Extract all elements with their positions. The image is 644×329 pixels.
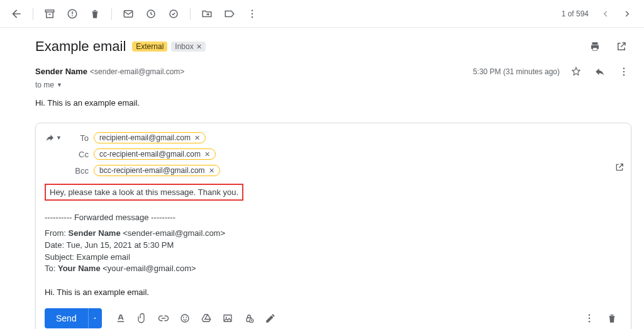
bcc-line: Bcc bcc-recipient-email@gmail.com ✕ — [45, 162, 622, 179]
svg-point-7 — [252, 13, 253, 14]
delete-icon[interactable] — [84, 3, 106, 25]
popout-compose-icon[interactable] — [614, 162, 625, 172]
send-split-button: Send — [45, 308, 102, 328]
inbox-label[interactable]: Inbox ✕ — [171, 42, 205, 52]
fwd-date-line: Date: Tue, Jun 15, 2021 at 5:30 PM — [45, 240, 622, 252]
confidential-mode-icon[interactable] — [239, 308, 259, 328]
discard-draft-icon[interactable] — [602, 308, 622, 328]
sender-row: Sender Name <sender-email@gmail.com> 5:3… — [0, 62, 644, 81]
to-chip[interactable]: recipient-email@gmail.com ✕ — [94, 132, 206, 143]
svg-point-6 — [252, 9, 253, 11]
send-button[interactable]: Send — [45, 308, 88, 328]
back-icon[interactable] — [5, 3, 28, 25]
to-label: To — [70, 133, 89, 143]
svg-point-13 — [183, 317, 184, 318]
to-line-text: to me — [35, 81, 54, 89]
svg-rect-2 — [72, 15, 73, 16]
svg-point-9 — [623, 68, 625, 69]
svg-point-14 — [186, 317, 187, 318]
report-spam-icon[interactable] — [61, 3, 84, 25]
reply-icon[interactable] — [592, 64, 608, 79]
insert-signature-icon[interactable] — [260, 308, 280, 328]
formatting-icon[interactable] — [111, 308, 131, 328]
to-line: ▼ To recipient-email@gmail.com ✕ — [45, 130, 622, 146]
svg-point-12 — [181, 315, 189, 322]
cc-chip[interactable]: cc-recipient-email@gmail.com ✕ — [94, 148, 216, 160]
remove-to-chip-icon[interactable]: ✕ — [194, 134, 200, 142]
forwarded-body: Hi. This is an example email. — [45, 287, 622, 297]
fwd-to-line: To: Your Name <your-email@gmail.com> — [45, 263, 622, 275]
timestamp: 5:30 PM (31 minutes ago) — [473, 67, 560, 76]
inbox-label-text: Inbox — [175, 42, 193, 51]
more-icon[interactable] — [241, 3, 264, 25]
open-new-window-icon[interactable] — [611, 36, 631, 57]
move-to-icon[interactable] — [196, 3, 218, 25]
separator — [33, 8, 33, 20]
action-toolbar: 1 of 594 — [0, 0, 644, 28]
bcc-label: Bcc — [70, 166, 89, 176]
bcc-chip-text: bcc-recipient-email@gmail.com — [99, 166, 205, 175]
insert-emoji-icon[interactable] — [175, 308, 195, 328]
mark-unread-icon[interactable] — [117, 3, 140, 25]
print-icon[interactable] — [585, 36, 605, 57]
remove-label-icon[interactable]: ✕ — [196, 43, 202, 51]
add-to-tasks-icon[interactable] — [162, 3, 185, 25]
svg-rect-1 — [72, 11, 73, 14]
separator — [190, 8, 191, 20]
compose-body-highlight[interactable]: Hey, please take a look at this message.… — [45, 184, 243, 201]
message-body: Hi. This is an example email. — [0, 96, 644, 120]
older-icon[interactable] — [594, 3, 616, 25]
insert-drive-icon[interactable] — [196, 308, 216, 328]
fwd-subject-line: Subject: Example email — [45, 252, 622, 264]
attach-icon[interactable] — [132, 308, 152, 328]
external-badge: External — [132, 42, 167, 52]
insert-photo-icon[interactable] — [218, 308, 238, 328]
separator — [111, 8, 112, 20]
cc-chip-text: cc-recipient-email@gmail.com — [99, 150, 201, 159]
insert-link-icon[interactable] — [153, 308, 174, 328]
svg-point-21 — [589, 321, 590, 322]
subject-row: Example email External Inbox ✕ — [0, 28, 644, 62]
forwarded-header-block: ---------- Forwarded message --------- F… — [45, 212, 622, 275]
expand-recipients-icon[interactable]: ▼ — [57, 82, 62, 88]
newer-icon[interactable] — [616, 3, 639, 25]
sender-email: <sender-email@gmail.com> — [90, 67, 184, 76]
remove-bcc-chip-icon[interactable]: ✕ — [209, 167, 214, 175]
compose-panel: ▼ To recipient-email@gmail.com ✕ Cc cc-r… — [35, 123, 631, 329]
send-options-dropdown[interactable] — [88, 308, 102, 328]
subject-text: Example email — [35, 38, 126, 55]
remove-cc-chip-icon[interactable]: ✕ — [204, 150, 210, 159]
svg-point-20 — [589, 318, 590, 319]
forward-separator: ---------- Forwarded message --------- — [45, 212, 622, 224]
snooze-icon[interactable] — [140, 3, 162, 25]
message-counter: 1 of 594 — [562, 9, 589, 18]
compose-toolbar: Send — [45, 308, 622, 328]
svg-point-16 — [225, 317, 226, 318]
cc-line: Cc cc-recipient-email@gmail.com ✕ — [45, 146, 622, 162]
svg-point-8 — [252, 16, 253, 18]
archive-icon[interactable] — [38, 3, 61, 25]
message-more-icon[interactable] — [616, 64, 631, 79]
star-icon[interactable] — [569, 64, 584, 79]
compose-more-icon[interactable] — [579, 308, 599, 328]
bcc-chip[interactable]: bcc-recipient-email@gmail.com ✕ — [94, 165, 220, 176]
labels-icon[interactable] — [218, 3, 241, 25]
forward-type-icon[interactable]: ▼ — [45, 133, 62, 143]
svg-point-19 — [589, 315, 590, 316]
sender-name: Sender Name — [35, 67, 87, 76]
svg-point-10 — [623, 71, 625, 72]
fwd-from-line: From: Sender Name <sender-email@gmail.co… — [45, 228, 622, 240]
to-chip-text: recipient-email@gmail.com — [99, 133, 191, 142]
recipient-summary[interactable]: to me ▼ — [0, 81, 644, 96]
svg-point-11 — [623, 74, 625, 75]
cc-label: Cc — [70, 150, 89, 159]
